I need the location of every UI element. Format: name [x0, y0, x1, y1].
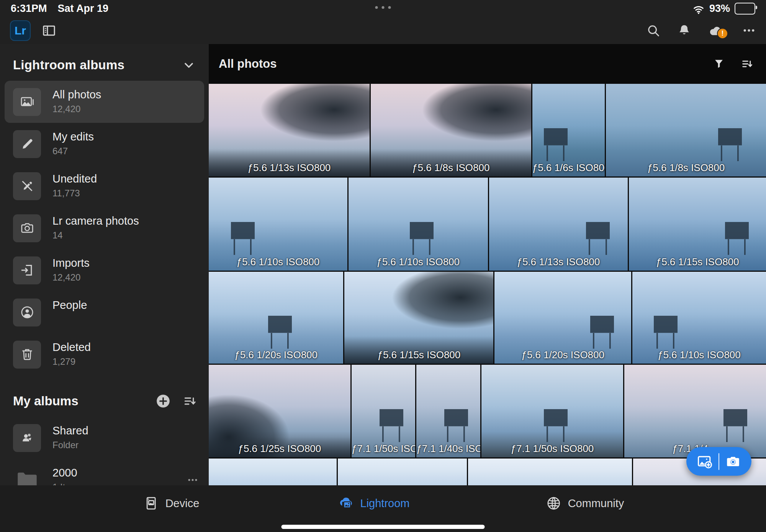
sidebar-item-deleted[interactable]: Deleted1,279 — [5, 333, 204, 375]
my-albums-header: My albums — [0, 375, 209, 417]
add-album-icon[interactable] — [155, 393, 171, 409]
photo-thumbnail[interactable]: ƒ5.6 1/25s ISO800 — [209, 365, 350, 458]
trash-icon — [13, 341, 41, 369]
my-albums-title: My albums — [13, 394, 144, 408]
photo-thumbnail[interactable]: ƒ5.6 1/13s ISO800 — [209, 84, 370, 176]
grid-row — [209, 459, 766, 485]
imports-icon — [13, 256, 41, 284]
top-chrome: 6:31PM Sat Apr 19 93% Lr — [0, 0, 766, 44]
device-icon — [143, 495, 159, 511]
sidebar-item-count: 14 — [52, 230, 200, 241]
bottom-nav: Device Lightroom Community — [0, 485, 766, 532]
sidebar-item-count: 647 — [52, 146, 200, 157]
album-item-label: Shared — [52, 424, 200, 437]
status-bar: 6:31PM Sat Apr 19 93% — [0, 0, 766, 17]
photo-thumbnail[interactable]: ƒ7.1 1/50s ISO8… — [352, 365, 415, 458]
nav-tab-community[interactable]: Community — [546, 495, 624, 511]
photo-thumbnail[interactable] — [209, 459, 337, 485]
my-albums-list: SharedFolder20001 Item — [0, 417, 209, 485]
panel-toggle-icon[interactable] — [41, 23, 57, 38]
sidebar-item-people[interactable]: People — [5, 291, 204, 333]
sidebar-header[interactable]: Lightroom albums — [0, 44, 209, 81]
photo-thumbnail[interactable]: ƒ5.6 1/15s ISO800 — [629, 178, 766, 271]
album-item-subtitle: 1 Item — [52, 482, 174, 485]
fab-capture-group — [686, 447, 751, 476]
photo-exif: ƒ5.6 1/6s ISO800 — [532, 162, 605, 174]
lr-app-icon[interactable]: Lr — [10, 20, 31, 41]
app-toolbar: Lr — [0, 17, 766, 44]
fab-divider — [719, 453, 719, 470]
search-icon[interactable] — [646, 23, 660, 38]
sync-warning-badge: ! — [717, 28, 728, 39]
photo-thumbnail[interactable] — [338, 459, 467, 485]
photo-thumbnail[interactable]: ƒ5.6 1/10s ISO800 — [349, 178, 488, 271]
sort-grid-icon[interactable] — [741, 57, 754, 70]
photo-thumbnail[interactable]: ƒ7.1 1/4… — [624, 365, 766, 458]
sidebar-item-my-edits[interactable]: My edits647 — [5, 123, 204, 165]
photo-thumbnail[interactable]: ƒ5.6 1/13s ISO800 — [489, 178, 628, 271]
photo-exif: ƒ7.1 1/40s ISO8… — [416, 443, 480, 455]
nav-tab-lightroom[interactable]: Lightroom — [338, 495, 410, 511]
photo-exif: ƒ5.6 1/25s ISO800 — [209, 443, 350, 455]
album-item-shared[interactable]: SharedFolder — [5, 417, 204, 459]
photo-thumbnail[interactable]: ƒ7.1 1/50s ISO800 — [481, 365, 624, 458]
photo-thumbnail[interactable]: ƒ5.6 1/8s ISO800 — [371, 84, 531, 176]
sidebar-item-all-photos[interactable]: All photos12,420 — [5, 81, 204, 123]
photo-grid: ƒ5.6 1/13s ISO800ƒ5.6 1/8s ISO800ƒ5.6 1/… — [209, 84, 766, 485]
sidebar-item-unedited[interactable]: Unedited11,773 — [5, 165, 204, 207]
sidebar-item-label: Imports — [52, 257, 200, 269]
page-title: All photos — [219, 57, 277, 71]
home-indicator[interactable] — [282, 525, 485, 529]
my-edits-pencil-icon — [13, 130, 41, 158]
album-item-subtitle: Folder — [52, 440, 200, 450]
photo-thumbnail[interactable]: ƒ5.6 1/6s ISO800 — [532, 84, 605, 176]
photo-thumbnail[interactable] — [468, 459, 632, 485]
nav-label-device: Device — [165, 497, 200, 510]
photo-thumbnail[interactable]: ƒ5.6 1/20s ISO800 — [494, 272, 631, 364]
photo-exif: ƒ5.6 1/10s ISO800 — [349, 256, 488, 268]
notifications-bell-icon[interactable] — [677, 23, 691, 38]
filter-icon[interactable] — [712, 57, 725, 70]
sidebar-item-imports[interactable]: Imports12,420 — [5, 249, 204, 291]
sidebar-item-label: Unedited — [52, 173, 200, 185]
add-photos-icon[interactable] — [691, 453, 719, 470]
photo-thumbnail[interactable]: ƒ7.1 1/40s ISO8… — [416, 365, 480, 458]
photo-thumbnail[interactable]: ƒ5.6 1/10s ISO800 — [209, 178, 347, 271]
nav-tab-device[interactable]: Device — [143, 495, 200, 511]
grid-row: ƒ5.6 1/13s ISO800ƒ5.6 1/8s ISO800ƒ5.6 1/… — [209, 84, 766, 176]
sidebar-item-count: 11,773 — [52, 188, 200, 199]
photo-thumbnail[interactable]: ƒ5.6 1/10s ISO800 — [632, 272, 766, 364]
cloud-sync-warning-icon[interactable]: ! — [708, 23, 725, 38]
photo-exif: ƒ5.6 1/20s ISO800 — [209, 349, 343, 361]
clock-time: 6:31PM — [11, 3, 47, 15]
sidebar-item-label: People — [52, 299, 200, 312]
wifi-icon — [692, 3, 705, 13]
photo-exif: ƒ5.6 1/20s ISO800 — [494, 349, 631, 361]
nav-label-community: Community — [568, 497, 624, 510]
photo-exif: ƒ5.6 1/10s ISO800 — [209, 256, 347, 268]
chevron-down-icon[interactable] — [182, 58, 196, 72]
photo-exif: ƒ5.6 1/8s ISO800 — [606, 162, 766, 174]
sidebar-item-count: 12,420 — [52, 272, 200, 283]
multitask-dots-icon[interactable] — [375, 6, 391, 9]
photo-exif: ƒ5.6 1/8s ISO800 — [371, 162, 531, 174]
clock-date: Sat Apr 19 — [58, 3, 109, 15]
people-icon — [13, 299, 41, 326]
photo-thumbnail[interactable]: ƒ5.6 1/8s ISO800 — [606, 84, 766, 176]
album-overflow-icon[interactable] — [186, 473, 200, 485]
community-globe-icon — [546, 495, 562, 511]
sort-albums-icon[interactable] — [183, 394, 197, 408]
album-item-2000[interactable]: 20001 Item — [5, 459, 204, 485]
photo-thumbnail[interactable]: ƒ5.6 1/15s ISO800 — [344, 272, 493, 364]
album-item-label: 2000 — [52, 467, 174, 479]
more-options-icon[interactable] — [742, 23, 756, 38]
grid-row: ƒ5.6 1/20s ISO800ƒ5.6 1/15s ISO800ƒ5.6 1… — [209, 272, 766, 364]
sidebar-item-lr-camera-photos[interactable]: Lr camera photos14 — [5, 207, 204, 249]
grid-row: ƒ5.6 1/25s ISO800ƒ7.1 1/50s ISO8…ƒ7.1 1/… — [209, 365, 766, 458]
lightroom-app-screen: 6:31PM Sat Apr 19 93% Lr — [0, 0, 766, 532]
camera-capture-icon[interactable] — [719, 453, 747, 470]
photo-thumbnail[interactable]: ƒ5.6 1/20s ISO800 — [209, 272, 343, 364]
sidebar-list: All photos12,420My edits647Unedited11,77… — [0, 81, 209, 375]
sidebar-item-label: My edits — [52, 131, 200, 143]
all-photos-icon — [13, 88, 41, 116]
